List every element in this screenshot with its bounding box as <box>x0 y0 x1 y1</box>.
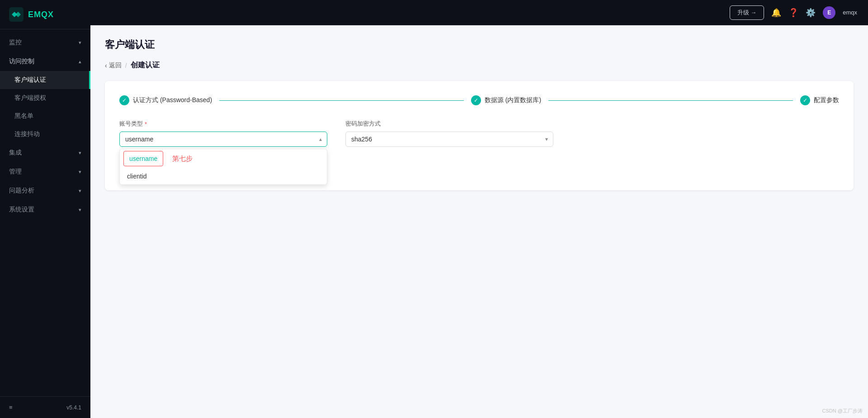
breadcrumb-current: 创建认证 <box>131 61 160 70</box>
emqx-logo-icon <box>9 7 24 22</box>
sidebar-item-blacklist-label: 黑名单 <box>14 112 33 120</box>
dropdown-item-clientid[interactable]: clientid <box>120 168 327 184</box>
back-arrow-icon: ‹ <box>105 62 107 69</box>
sidebar-nav: 监控 ▾ 访问控制 ▴ 客户端认证 客户端授权 黑名单 连接抖动 集成 ▾ 管理… <box>0 29 90 396</box>
sidebar-logo: EMQX <box>0 0 90 29</box>
sidebar-item-monitor-label: 监控 <box>9 38 22 47</box>
account-type-select[interactable]: username <box>119 132 327 147</box>
settings-icon[interactable]: ⚙️ <box>806 8 816 18</box>
sidebar-item-management[interactable]: 管理 ▾ <box>0 162 90 181</box>
user-name[interactable]: emqx <box>843 9 857 16</box>
step-2-label: 数据源 (内置数据库) <box>485 96 541 104</box>
breadcrumb-back-button[interactable]: ‹ 返回 <box>105 61 122 70</box>
main-card: ✓ 认证方式 (Password-Based) ✓ 数据源 (内置数据库) ✓ … <box>105 81 854 190</box>
password-hash-group: 密码加密方式 sha256 ▾ <box>345 120 553 147</box>
step-hint-label: 第七步 <box>172 155 193 163</box>
sidebar-item-conn-jitter[interactable]: 连接抖动 <box>0 125 90 143</box>
step-connector-1 <box>219 100 464 101</box>
sidebar-item-integration-label: 集成 <box>9 149 22 157</box>
chevron-down-icon: ▾ <box>79 150 81 156</box>
step-3: ✓ 配置参数 <box>800 95 839 105</box>
content-area: 客户端认证 ‹ 返回 / 创建认证 ✓ 认证方式 (Password-Based… <box>90 25 868 418</box>
sidebar-footer: ≡ v5.4.1 <box>0 396 90 418</box>
sidebar-item-system-settings-label: 系统设置 <box>9 206 34 214</box>
sidebar-item-access-control[interactable]: 访问控制 ▴ <box>0 52 90 71</box>
account-type-dropdown: username 第七步 clientid <box>119 149 327 185</box>
main-area: 升级 → 🔔 ❓ ⚙️ E emqx 客户端认证 ‹ 返回 / 创建认证 ✓ 认… <box>90 0 868 418</box>
page-title: 客户端认证 <box>105 38 854 52</box>
account-type-select-wrapper: username ▴ username 第七步 <box>119 132 327 147</box>
step-3-icon: ✓ <box>800 95 810 105</box>
account-type-value: username <box>125 136 153 143</box>
breadcrumb-divider: / <box>125 62 127 69</box>
sidebar-item-blacklist[interactable]: 黑名单 <box>0 107 90 125</box>
form-row: 账号类型 * username ▴ username <box>119 120 839 147</box>
chevron-down-icon: ▾ <box>79 169 81 175</box>
sidebar-item-system-settings[interactable]: 系统设置 ▾ <box>0 200 90 219</box>
bell-icon[interactable]: 🔔 <box>771 8 781 18</box>
sidebar-item-integration[interactable]: 集成 ▾ <box>0 143 90 162</box>
sidebar-item-client-authz[interactable]: 客户端授权 <box>0 89 90 107</box>
sidebar-item-monitor[interactable]: 监控 ▾ <box>0 33 90 52</box>
watermark: CSDN @工厂步涛 <box>822 408 863 414</box>
chevron-down-icon: ▾ <box>79 40 81 46</box>
version-label: v5.4.1 <box>66 404 81 411</box>
account-type-group: 账号类型 * username ▴ username <box>119 120 327 147</box>
step-1: ✓ 认证方式 (Password-Based) <box>119 95 212 105</box>
step-connector-2 <box>548 100 793 101</box>
steps-indicator: ✓ 认证方式 (Password-Based) ✓ 数据源 (内置数据库) ✓ … <box>119 95 839 105</box>
chevron-down-icon: ▾ <box>79 188 81 194</box>
header: 升级 → 🔔 ❓ ⚙️ E emqx <box>90 0 868 25</box>
sidebar-footer-icon[interactable]: ≡ <box>9 404 13 411</box>
upgrade-button[interactable]: 升级 → <box>730 5 764 20</box>
user-avatar: E <box>823 6 835 19</box>
step-1-icon: ✓ <box>119 95 129 105</box>
chevron-down-icon: ▾ <box>79 207 81 213</box>
step-1-label: 认证方式 (Password-Based) <box>133 96 212 104</box>
menu-icon: ≡ <box>9 404 13 411</box>
dropdown-item-username[interactable]: username <box>123 151 163 166</box>
password-hash-label: 密码加密方式 <box>345 120 553 128</box>
sidebar-item-access-control-label: 访问控制 <box>9 57 34 66</box>
help-icon[interactable]: ❓ <box>788 8 798 18</box>
sidebar-item-diagnostics-label: 问题分析 <box>9 187 34 195</box>
sidebar-item-client-authz-label: 客户端授权 <box>14 94 46 102</box>
step-3-label: 配置参数 <box>814 96 839 104</box>
dropdown-username-label: username <box>129 155 157 162</box>
back-label: 返回 <box>109 61 122 70</box>
step-2-icon: ✓ <box>471 95 481 105</box>
step-2: ✓ 数据源 (内置数据库) <box>471 95 541 105</box>
sidebar-item-management-label: 管理 <box>9 168 22 176</box>
breadcrumb: ‹ 返回 / 创建认证 <box>105 61 854 70</box>
password-hash-value: sha256 <box>351 136 372 143</box>
account-type-label: 账号类型 * <box>119 120 327 128</box>
password-hash-select[interactable]: sha256 <box>345 132 553 147</box>
password-hash-select-wrapper: sha256 ▾ <box>345 132 553 147</box>
required-marker: * <box>145 121 147 127</box>
sidebar-item-diagnostics[interactable]: 问题分析 ▾ <box>0 181 90 200</box>
sidebar: EMQX 监控 ▾ 访问控制 ▴ 客户端认证 客户端授权 黑名单 连接抖动 集成… <box>0 0 90 418</box>
logo-text: EMQX <box>28 10 54 19</box>
dropdown-clientid-label: clientid <box>127 173 147 180</box>
sidebar-item-client-auth[interactable]: 客户端认证 <box>0 71 90 89</box>
chevron-up-icon: ▴ <box>79 59 81 65</box>
sidebar-item-conn-jitter-label: 连接抖动 <box>14 130 40 138</box>
sidebar-item-client-auth-label: 客户端认证 <box>14 76 46 84</box>
